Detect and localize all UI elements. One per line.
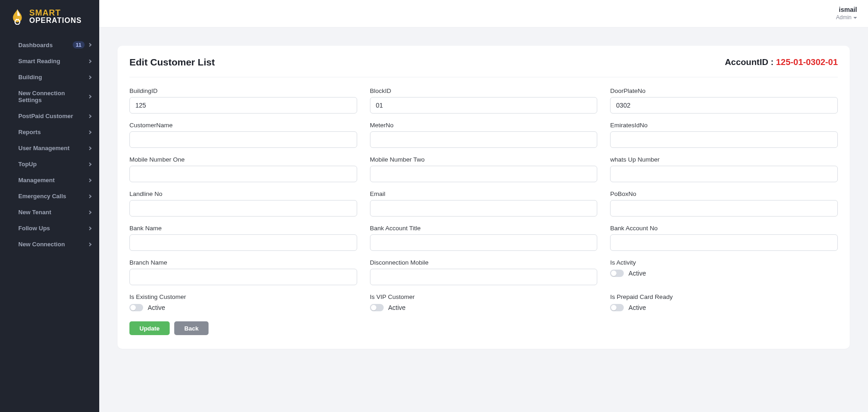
field-landline: Landline No	[129, 190, 357, 217]
sidebar-item-topup[interactable]: TopUp	[0, 156, 99, 172]
chevron-right-icon	[88, 210, 91, 214]
is-vip-toggle[interactable]	[370, 304, 384, 311]
user-menu[interactable]: ismail Admin	[836, 6, 857, 21]
label: PoBoxNo	[610, 190, 838, 197]
sidebar-item-label: Follow Ups	[18, 225, 50, 232]
sidebar-item-follow-ups[interactable]: Follow Ups	[0, 220, 99, 236]
sidebar-item-smart-reading[interactable]: Smart Reading	[0, 53, 99, 69]
label: CustomerName	[129, 122, 357, 129]
bank-account-no-input[interactable]	[610, 234, 838, 251]
card-header: Edit Customer List AccountID : 125-01-03…	[129, 57, 838, 77]
field-door-plate-no: DoorPlateNo	[610, 87, 838, 114]
field-bank-account-no: Bank Account No	[610, 225, 838, 251]
chevron-right-icon	[88, 178, 91, 182]
meter-no-input[interactable]	[370, 131, 598, 148]
user-name: ismail	[836, 6, 857, 13]
sidebar-item-new-connection[interactable]: New Connection	[0, 236, 99, 252]
sidebar-item-reports[interactable]: Reports	[0, 124, 99, 140]
label: BuildingID	[129, 87, 357, 94]
badge: 11	[73, 41, 85, 49]
chevron-right-icon	[88, 242, 91, 246]
sidebar-item-management[interactable]: Management	[0, 172, 99, 188]
pobox-input[interactable]	[610, 200, 838, 217]
label: whats Up Number	[610, 156, 838, 163]
field-mobile-two: Mobile Number Two	[370, 156, 598, 182]
form: BuildingID BlockID DoorPlateNo CustomerN…	[129, 87, 838, 311]
landline-input[interactable]	[129, 200, 357, 217]
chevron-right-icon	[88, 114, 91, 118]
label: BlockID	[370, 87, 598, 94]
field-email: Email	[370, 190, 598, 217]
customer-name-input[interactable]	[129, 131, 357, 148]
sidebar-item-postpaid-customer[interactable]: PostPaid Customer	[0, 108, 99, 124]
is-prepaid-toggle[interactable]	[610, 304, 624, 311]
building-id-input[interactable]	[129, 97, 357, 114]
chevron-right-icon	[88, 146, 91, 150]
field-customer-name: CustomerName	[129, 122, 357, 148]
door-plate-no-input[interactable]	[610, 97, 838, 114]
branch-name-input[interactable]	[129, 269, 357, 285]
field-whatsup-number: whats Up Number	[610, 156, 838, 182]
bank-title-input[interactable]	[370, 234, 598, 251]
label: Bank Account Title	[370, 225, 598, 232]
chevron-right-icon	[88, 162, 91, 166]
mobile-two-input[interactable]	[370, 166, 598, 182]
field-mobile-one: Mobile Number One	[129, 156, 357, 182]
email-input[interactable]	[370, 200, 598, 217]
chevron-down-icon	[853, 17, 857, 19]
field-is-activity: Is Activity Active	[610, 259, 838, 285]
sidebar-item-label: New Tenant	[18, 209, 51, 216]
logo: SMART OPERATIONS	[0, 0, 99, 35]
account-id-label: AccountID :	[725, 57, 776, 67]
sidebar-item-label: Smart Reading	[18, 58, 60, 65]
back-button[interactable]: Back	[174, 321, 209, 335]
field-is-existing: Is Existing Customer Active	[129, 293, 357, 311]
sidebar-item-label: User Management	[18, 145, 70, 152]
label: Bank Account No	[610, 225, 838, 232]
sidebar: SMART OPERATIONS Dashboards 11 Smart Rea…	[0, 0, 99, 412]
form-actions: Update Back	[129, 321, 838, 335]
page-title: Edit Customer List	[129, 57, 215, 68]
logo-icon	[9, 8, 26, 25]
chevron-right-icon	[88, 226, 91, 230]
main: ismail Admin Edit Customer List AccountI…	[99, 0, 868, 412]
label: Mobile Number One	[129, 156, 357, 163]
field-block-id: BlockID	[370, 87, 598, 114]
emirates-id-input[interactable]	[610, 131, 838, 148]
field-is-prepaid: Is Prepaid Card Ready Active	[610, 293, 838, 311]
logo-line1: SMART	[29, 9, 82, 17]
chevron-right-icon	[88, 95, 91, 98]
topbar: ismail Admin	[99, 0, 868, 27]
is-existing-toggle[interactable]	[129, 304, 143, 311]
field-building-id: BuildingID	[129, 87, 357, 114]
chevron-right-icon	[88, 194, 91, 198]
chevron-right-icon	[88, 75, 91, 79]
label: Is Activity	[610, 259, 838, 266]
sidebar-item-label: Building	[18, 74, 42, 81]
field-pobox: PoBoxNo	[610, 190, 838, 217]
label: Landline No	[129, 190, 357, 197]
block-id-input[interactable]	[370, 97, 598, 114]
label: Bank Name	[129, 225, 357, 232]
content: Edit Customer List AccountID : 125-01-03…	[99, 27, 868, 367]
sidebar-item-dashboards[interactable]: Dashboards 11	[0, 37, 99, 53]
sidebar-item-label: New Connection Settings	[18, 90, 88, 103]
whatsup-number-input[interactable]	[610, 166, 838, 182]
field-bank-title: Bank Account Title	[370, 225, 598, 251]
is-activity-toggle[interactable]	[610, 270, 624, 277]
sidebar-item-label: PostPaid Customer	[18, 113, 73, 119]
disconnection-mobile-input[interactable]	[370, 269, 598, 285]
sidebar-item-emergency-calls[interactable]: Emergency Calls	[0, 188, 99, 204]
update-button[interactable]: Update	[129, 321, 170, 335]
sidebar-item-building[interactable]: Building	[0, 69, 99, 85]
bank-name-input[interactable]	[129, 234, 357, 251]
chevron-right-icon	[88, 59, 91, 63]
sidebar-item-new-tenant[interactable]: New Tenant	[0, 204, 99, 220]
sidebar-item-new-connection-settings[interactable]: New Connection Settings	[0, 85, 99, 108]
edit-customer-card: Edit Customer List AccountID : 125-01-03…	[118, 46, 850, 349]
label: Is Existing Customer	[129, 293, 357, 300]
field-branch-name: Branch Name	[129, 259, 357, 285]
mobile-one-input[interactable]	[129, 166, 357, 182]
sidebar-item-user-management[interactable]: User Management	[0, 140, 99, 156]
toggle-state: Active	[388, 304, 406, 311]
